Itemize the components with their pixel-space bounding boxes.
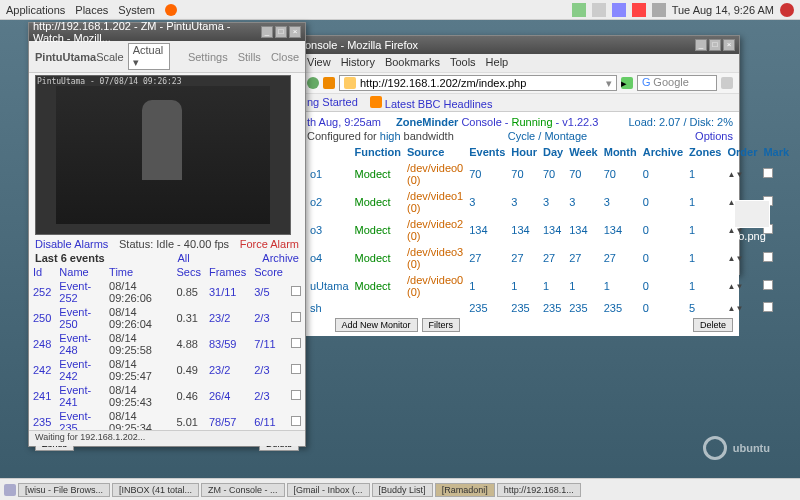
firefox-menubar: View History Bookmarks Tools Help bbox=[301, 54, 739, 72]
maximize-button[interactable]: □ bbox=[709, 39, 721, 51]
power-icon[interactable] bbox=[780, 3, 794, 17]
row-checkbox[interactable] bbox=[763, 302, 773, 312]
desktop-file-icon[interactable]: o.png bbox=[734, 200, 770, 242]
stills-link[interactable]: Stills bbox=[238, 51, 261, 63]
bookmark-link[interactable]: Latest BBC Headlines bbox=[370, 96, 493, 109]
zoneminder-console: th Aug, 9:25am ZoneMinder Console - Runn… bbox=[301, 112, 739, 336]
tray-icon[interactable] bbox=[592, 3, 606, 17]
go-icon[interactable]: ▸ bbox=[621, 77, 633, 89]
taskbar-item[interactable]: [Buddy List] bbox=[372, 483, 433, 497]
firefox-console-window: onsole - Mozilla Firefox _ □ × View Hist… bbox=[300, 35, 740, 275]
cycle-montage-link[interactable]: Cycle / Montage bbox=[508, 130, 587, 142]
menu-system[interactable]: System bbox=[118, 4, 155, 16]
row-checkbox[interactable] bbox=[291, 390, 301, 400]
url-bar[interactable]: http://192.168.1.202/zm/index.php ▾ bbox=[339, 75, 617, 91]
network-icon[interactable] bbox=[632, 3, 646, 17]
row-checkbox[interactable] bbox=[763, 252, 773, 262]
delete-button[interactable]: Delete bbox=[693, 318, 733, 332]
add-monitor-button[interactable]: Add New Monitor bbox=[335, 318, 418, 332]
row-checkbox[interactable] bbox=[291, 286, 301, 296]
row-checkbox[interactable] bbox=[763, 168, 773, 178]
options-link[interactable]: Options bbox=[695, 130, 733, 142]
table-row[interactable]: 248Event-24808/14 09:25:584.8883/597/11 bbox=[29, 331, 305, 357]
taskbar-item[interactable]: [INBOX (41 total... bbox=[112, 483, 199, 497]
menu-history[interactable]: History bbox=[341, 56, 375, 70]
taskbar-item[interactable]: [Gmail - Inbox (... bbox=[287, 483, 370, 497]
search-box[interactable]: G Google bbox=[637, 75, 717, 91]
table-row[interactable]: o3Modect/dev/video2 (0)13413413413413401… bbox=[307, 216, 792, 244]
table-header: IdNameTime SecsFramesScore bbox=[29, 265, 305, 279]
row-checkbox[interactable] bbox=[291, 338, 301, 348]
menu-help[interactable]: Help bbox=[486, 56, 509, 70]
menu-bookmarks[interactable]: Bookmarks bbox=[385, 56, 440, 70]
table-row[interactable]: sh23523523523523505▲▼ bbox=[307, 300, 792, 316]
table-row[interactable]: 241Event-24108/14 09:25:430.4626/42/3 bbox=[29, 383, 305, 409]
table-row[interactable]: o4Modect/dev/video3 (0)272727272701▲▼ bbox=[307, 244, 792, 272]
monitor-name: PintuUtama bbox=[35, 51, 96, 63]
row-checkbox[interactable] bbox=[291, 416, 301, 426]
firefox-toolbar: http://192.168.1.202/zm/index.php ▾ ▸ G … bbox=[301, 72, 739, 94]
scale-select[interactable]: Actual ▾ bbox=[128, 43, 170, 70]
table-row[interactable]: o2Modect/dev/video1 (0)3333301▲▼ bbox=[307, 188, 792, 216]
bandwidth-link[interactable]: high bbox=[380, 130, 401, 142]
row-checkbox[interactable] bbox=[291, 312, 301, 322]
table-header: FunctionSource EventsHourDay WeekMonthAr… bbox=[307, 144, 792, 160]
menu-places[interactable]: Places bbox=[75, 4, 108, 16]
titlebar[interactable]: onsole - Mozilla Firefox _ □ × bbox=[301, 36, 739, 54]
window-title: onsole - Mozilla Firefox bbox=[305, 39, 418, 51]
menu-view[interactable]: View bbox=[307, 56, 331, 70]
table-row[interactable]: 252Event-25208/14 09:26:060.8531/113/5 bbox=[29, 279, 305, 305]
clock[interactable]: Tue Aug 14, 9:26 AM bbox=[672, 4, 774, 16]
gnome-panel: Applications Places System Tue Aug 14, 9… bbox=[0, 0, 800, 20]
bookmark-link[interactable]: ng Started bbox=[307, 96, 358, 109]
statusbar: Waiting for 192.168.1.202... bbox=[29, 430, 305, 446]
disable-alarms-link[interactable]: Disable Alarms bbox=[35, 238, 108, 250]
watch-header: PintuUtama Scale Actual ▾ Settings Still… bbox=[29, 41, 305, 73]
menu-tools[interactable]: Tools bbox=[450, 56, 476, 70]
monitors-table: FunctionSource EventsHourDay WeekMonthAr… bbox=[307, 144, 792, 316]
row-checkbox[interactable] bbox=[763, 280, 773, 290]
url-text: http://192.168.1.202/zm/index.php bbox=[360, 77, 526, 89]
zm-load: Load: 2.07 / Disk: 2% bbox=[628, 116, 733, 128]
settings-link[interactable]: Settings bbox=[188, 51, 228, 63]
table-row[interactable]: 250Event-25008/14 09:26:040.3123/22/3 bbox=[29, 305, 305, 331]
tray-icon[interactable] bbox=[572, 3, 586, 17]
titlebar[interactable]: http://192.168.1.202 - ZM - PintuUtama -… bbox=[29, 23, 305, 41]
watch-window: http://192.168.1.202 - ZM - PintuUtama -… bbox=[28, 22, 306, 447]
dropdown-icon[interactable]: ▾ bbox=[606, 77, 612, 90]
taskbar-item[interactable]: [wisu - File Brows... bbox=[18, 483, 110, 497]
menu-applications[interactable]: Applications bbox=[6, 4, 65, 16]
last-events-label: Last 6 events bbox=[35, 252, 105, 264]
fps-status: Status: Idle - 40.00 fps bbox=[108, 238, 239, 250]
camera-feed: PintuUtama - 07/08/14 09:26:23 bbox=[35, 75, 291, 235]
taskbar: [wisu - File Brows... [INBOX (41 total..… bbox=[0, 478, 800, 500]
archive-link[interactable]: Archive bbox=[262, 252, 299, 264]
volume-icon[interactable] bbox=[652, 3, 666, 17]
force-alarm-link[interactable]: Force Alarm bbox=[240, 238, 299, 250]
scale-label: Scale bbox=[96, 51, 124, 63]
reload-icon[interactable] bbox=[307, 77, 319, 89]
taskbar-item[interactable]: http://192.168.1... bbox=[497, 483, 581, 497]
bookmarks-toolbar: ng Started Latest BBC Headlines bbox=[301, 94, 739, 112]
zm-running-link[interactable]: Running bbox=[512, 116, 553, 128]
close-button[interactable]: × bbox=[289, 26, 301, 38]
close-link[interactable]: Close bbox=[271, 51, 299, 63]
table-row[interactable]: 242Event-24208/14 09:25:470.4923/22/3 bbox=[29, 357, 305, 383]
home-icon[interactable] bbox=[323, 77, 335, 89]
table-row[interactable]: o1Modect/dev/video0 (0)707070707001▲▼ bbox=[307, 160, 792, 188]
minimize-button[interactable]: _ bbox=[695, 39, 707, 51]
close-button[interactable]: × bbox=[723, 39, 735, 51]
show-desktop-icon[interactable] bbox=[4, 484, 16, 496]
search-icon[interactable] bbox=[721, 77, 733, 89]
tray-icon[interactable] bbox=[612, 3, 626, 17]
maximize-button[interactable]: □ bbox=[275, 26, 287, 38]
filters-button[interactable]: Filters bbox=[422, 318, 461, 332]
table-row[interactable]: uUtamaModect/dev/video0 (0)1111101▲▼ bbox=[307, 272, 792, 300]
all-link[interactable]: All bbox=[105, 252, 263, 264]
row-checkbox[interactable] bbox=[291, 364, 301, 374]
taskbar-item[interactable]: ZM - Console - ... bbox=[201, 483, 285, 497]
taskbar-item[interactable]: [Ramadoni] bbox=[435, 483, 495, 497]
minimize-button[interactable]: _ bbox=[261, 26, 273, 38]
firefox-icon[interactable] bbox=[165, 4, 177, 16]
zm-title[interactable]: ZoneMinder bbox=[396, 116, 461, 128]
